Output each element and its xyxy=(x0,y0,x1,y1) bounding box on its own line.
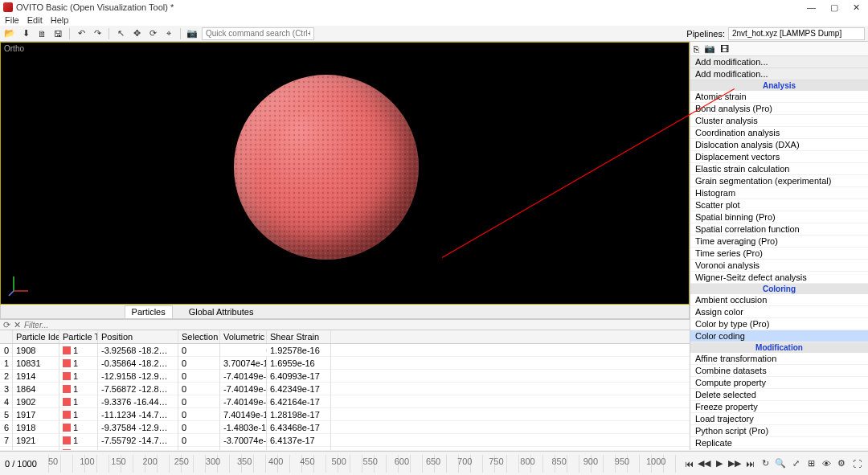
mod-item[interactable]: Compute property xyxy=(690,377,868,389)
mod-item[interactable]: Elastic strain calculation xyxy=(690,163,868,175)
mod-group-header: Coloring xyxy=(690,284,868,294)
table-row[interactable]: 719211-7.55792 -14.7…0-3.70074e-176.4137… xyxy=(0,434,690,447)
pipelines-label: Pipelines: xyxy=(686,29,725,39)
particle-sphere xyxy=(234,75,419,260)
mod-item[interactable]: Assign color xyxy=(690,306,868,318)
add-modification-1[interactable]: Add modification... xyxy=(690,56,868,68)
quick-search-input[interactable] xyxy=(202,27,314,40)
undo-icon[interactable]: ↶ xyxy=(75,27,88,40)
mod-item[interactable]: Histogram xyxy=(690,187,868,199)
pipeline-add-icon[interactable]: ⎘ xyxy=(694,44,699,54)
mod-item[interactable]: Slice xyxy=(690,449,868,450)
mod-item[interactable]: Combine datasets xyxy=(690,365,868,377)
download-icon[interactable]: ⬇ xyxy=(19,27,32,40)
clear-filter-icon[interactable]: ✕ xyxy=(14,320,21,330)
fullscreen-icon[interactable]: ⛶ xyxy=(850,457,863,470)
step-back-icon[interactable]: ◀◀ xyxy=(698,457,710,470)
mod-item[interactable]: Freeze property xyxy=(690,401,868,413)
menu-file[interactable]: File xyxy=(5,15,19,25)
grid-header: Particle Identifier Particle Type Positi… xyxy=(0,330,690,344)
play-forward-icon[interactable]: ▶▶ xyxy=(728,457,741,470)
mod-item[interactable]: Voronoi analysis xyxy=(690,260,868,272)
open-file-icon[interactable]: 🗎 xyxy=(35,27,48,40)
tab-particles[interactable]: Particles xyxy=(125,305,173,318)
open-folder-icon[interactable]: 📂 xyxy=(3,27,16,40)
table-row[interactable]: 419021-9.3376 -16.44…0-7.40149e-176.4216… xyxy=(0,395,690,408)
mod-item[interactable]: Displacement vectors xyxy=(690,151,868,163)
table-row[interactable]: 619181-9.37584 -12.9…0-1.4803e-166.43468… xyxy=(0,421,690,434)
table-row[interactable]: 819051-5.74168 -16.5…0-1.4803e-166.41012… xyxy=(0,447,690,450)
redo-icon[interactable]: ↷ xyxy=(91,27,104,40)
table-row[interactable]: 318641-7.56872 -12.8…0-7.40149e-176.4234… xyxy=(0,383,690,395)
menu-edit[interactable]: Edit xyxy=(27,15,43,25)
snapshot-icon[interactable]: 📷 xyxy=(704,43,715,54)
mod-item[interactable]: Time averaging (Pro) xyxy=(690,235,868,248)
loop-icon[interactable]: ↻ xyxy=(759,457,772,470)
camera-icon[interactable]: 📷 xyxy=(186,27,199,40)
mod-item[interactable]: Color coding xyxy=(690,330,868,342)
mod-item[interactable]: Wigner-Seitz defect analysis xyxy=(690,272,868,284)
save-icon[interactable]: 🖫 xyxy=(51,27,64,40)
menu-help[interactable]: Help xyxy=(51,15,69,25)
app-logo xyxy=(3,2,13,12)
mod-item[interactable]: Affine transformation xyxy=(690,353,868,365)
autoscale-icon[interactable]: ⤢ xyxy=(789,457,802,470)
mod-item[interactable]: Load trajectory xyxy=(690,413,868,425)
table-row[interactable]: 219141-12.9158 -12.9…0-7.40149e-176.4099… xyxy=(0,370,690,383)
zoom-fit-icon[interactable]: ⌖ xyxy=(162,27,175,40)
mod-item[interactable]: Coordination analysis xyxy=(690,127,868,139)
mod-item[interactable]: Color by type (Pro) xyxy=(690,318,868,330)
mod-item[interactable]: Ambient occlusion xyxy=(690,294,868,306)
settings-icon[interactable]: ⚙ xyxy=(835,457,848,470)
svg-line-2 xyxy=(9,291,14,296)
viewport-label: Ortho xyxy=(4,44,24,53)
table-row[interactable]: 1108311-0.35864 -18.2…03.70074e-171.6959… xyxy=(0,357,690,370)
axis-tripod xyxy=(7,273,31,297)
mod-item[interactable]: Bond analysis (Pro) xyxy=(690,103,868,115)
mod-item[interactable]: Scatter plot xyxy=(690,199,868,211)
mod-group-header: Modification xyxy=(690,342,868,353)
filter-input[interactable] xyxy=(24,321,686,330)
rotate-icon[interactable]: ⟳ xyxy=(146,27,159,40)
grid-icon[interactable]: ⊞ xyxy=(805,457,817,470)
refresh-icon[interactable]: ⟳ xyxy=(3,320,10,330)
play-back-icon[interactable]: ▶ xyxy=(713,457,726,470)
zoom-icon[interactable]: 🔍 xyxy=(774,457,787,470)
add-modification-2[interactable]: Add modification... xyxy=(690,68,868,80)
mod-item[interactable]: Replicate xyxy=(690,437,868,449)
mod-item[interactable]: Grain segmentation (experimental) xyxy=(690,175,868,187)
move-icon[interactable]: ✥ xyxy=(130,27,143,40)
maximize-button[interactable]: ▢ xyxy=(830,2,838,13)
tab-global-attributes[interactable]: Global Attributes xyxy=(182,306,260,317)
mod-item[interactable]: Delete selected xyxy=(690,389,868,401)
movie-icon[interactable]: 🎞 xyxy=(720,44,729,54)
mod-item[interactable]: Time series (Pro) xyxy=(690,248,868,260)
timeline-ruler[interactable]: 5010015020025030035040045050055060065070… xyxy=(48,455,678,473)
frame-counter: 0 / 1000 xyxy=(0,459,48,469)
mod-item[interactable]: Dislocation analysis (DXA) xyxy=(690,139,868,151)
mod-item[interactable]: Spatial correlation function xyxy=(690,223,868,235)
minimize-button[interactable]: — xyxy=(807,2,816,13)
pipeline-select[interactable] xyxy=(728,27,865,40)
table-row[interactable]: 519171-11.1234 -14.7…07.40149e-171.28198… xyxy=(0,408,690,421)
window-title: OVITO Basic (Open Visualization Tool) * xyxy=(16,2,807,12)
table-row[interactable]: 019081-3.92568 -18.2…01.92578e-16 xyxy=(0,344,690,357)
mod-item[interactable]: Spatial binning (Pro) xyxy=(690,211,868,223)
close-button[interactable]: ✕ xyxy=(853,2,860,13)
eye-icon[interactable]: 👁 xyxy=(820,457,833,470)
mod-group-header: Analysis xyxy=(690,80,868,91)
mod-item[interactable]: Python script (Pro) xyxy=(690,425,868,437)
mod-item[interactable]: Cluster analysis xyxy=(690,115,868,127)
cursor-icon[interactable]: ↖ xyxy=(114,27,127,40)
goto-start-icon[interactable]: ⏮ xyxy=(682,457,695,470)
mod-item[interactable]: Atomic strain xyxy=(690,91,868,103)
goto-end-icon[interactable]: ⏭ xyxy=(743,457,756,470)
